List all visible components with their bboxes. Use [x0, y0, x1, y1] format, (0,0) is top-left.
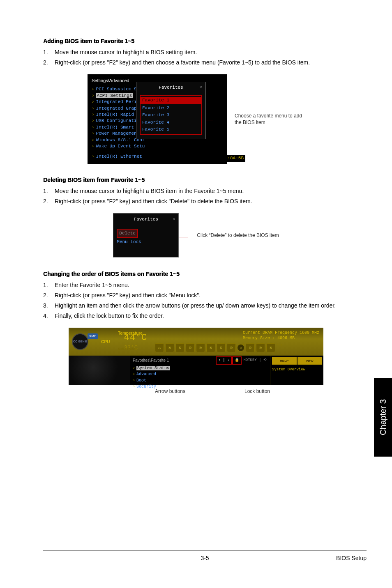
ocgenie-button[interactable]: OC GENIE — [72, 333, 88, 350]
list-num: 1. — [43, 48, 55, 57]
list-adding: 1.Move the mouse cursor to highlight a B… — [43, 48, 349, 67]
bios-main: Favorites\Favorite 1 ›System Status ›Adv… — [130, 356, 270, 385]
list-num: 4. — [43, 312, 55, 320]
menulock-option[interactable]: Menu lock — [117, 238, 175, 246]
close-icon[interactable]: × — [173, 216, 175, 223]
device-icon[interactable]: ⎋ — [165, 343, 174, 352]
list-num: 2. — [43, 197, 55, 206]
favorite-option[interactable]: Favorite 5 — [142, 126, 200, 133]
device-icon[interactable]: ⎋ — [206, 343, 215, 352]
menu-item[interactable]: ›Security — [133, 384, 267, 390]
delete-option[interactable]: Delete — [117, 229, 138, 238]
favorite-option[interactable]: Favorite 1 — [141, 97, 201, 104]
list-num: 2. — [43, 291, 55, 300]
bios-ui: OC GENIE XMP CPU Temperature 44°C 33°C M… — [69, 328, 323, 385]
hotkey-bar: ↑ | ↓ 🔒 HOTKEY | ⟲ — [216, 356, 267, 365]
page-number: 3-5 — [201, 554, 209, 563]
side-overview: System Overview — [272, 367, 322, 373]
popup-title: Favorites × — [140, 85, 202, 93]
bios-side: HELP INFO System Overview — [270, 356, 323, 385]
hotkey-text[interactable]: HOTKEY | ⟲ — [243, 358, 267, 363]
list-text: Move the mouse cursor to highlight a BIO… — [55, 48, 349, 57]
device-icon[interactable]: ⎋ — [246, 343, 255, 352]
callout-line — [179, 237, 188, 237]
heading-adding: Adding BIOS item to Favorite 1~5 — [43, 37, 349, 46]
list-changing: 1.Enter the Favorite 1~5 menu. 2.Right-c… — [43, 281, 349, 320]
mac-fragment: :8A:5B — [226, 155, 245, 161]
cpu-label: CPU — [101, 339, 110, 345]
bios-item[interactable]: ›Wake Up Event Setu — [92, 143, 223, 149]
list-num: 1. — [43, 281, 55, 289]
temperature-label: Temperature — [118, 330, 143, 336]
help-button[interactable]: HELP — [272, 357, 297, 365]
list-num: 2. — [43, 58, 55, 67]
device-icon[interactable]: ⎋ — [217, 343, 226, 352]
list-text: Highlight an item and then click the arr… — [55, 301, 349, 310]
list-num: 3. — [43, 301, 55, 310]
heading-deleting: Deleting BIOS item from Favorite 1~5 — [43, 176, 349, 184]
motherboard-label: Motherboard — [118, 347, 136, 351]
favorites-options-highlight: Favorite 1 Favorite 2 Favorite 3 Favorit… — [140, 95, 202, 135]
list-text: Right-click (or press "F2" key) and then… — [55, 197, 349, 206]
footer-title: BIOS Setup — [336, 554, 367, 563]
xmp-badge[interactable]: XMP — [88, 333, 98, 339]
bios-panel: Settings\Advanced ›PCI Subsystem Sett ›A… — [88, 74, 227, 164]
favorite-option[interactable]: Favorite 4 — [142, 119, 200, 126]
heading-changing: Changing the order of BIOS items on Favo… — [43, 270, 349, 278]
list-text: Move the mouse cursor to highlight a BIO… — [55, 187, 349, 195]
bios-header: OC GENIE XMP CPU Temperature 44°C 33°C M… — [69, 328, 323, 356]
device-icon[interactable]: ⌂ — [155, 343, 164, 352]
device-icon[interactable]: ○ — [237, 344, 244, 351]
device-icon[interactable]: ⎋ — [196, 343, 205, 352]
list-text: Right-click (or press "F2" key) and then… — [55, 291, 349, 300]
screenshot-caption: Choose a favorite menu to add the BIOS i… — [235, 113, 304, 126]
device-icon[interactable]: ⎋ — [256, 343, 265, 352]
device-icon[interactable]: ⎋ — [266, 343, 275, 352]
screenshot-deleting: Favorites × Delete Menu lock Click “Dele… — [43, 213, 349, 258]
list-text: Finally, click the lock button to fix th… — [55, 312, 349, 320]
favorites-popup: Favorites × Delete Menu lock — [113, 213, 179, 258]
page-footer: 3-5 BIOS Setup — [43, 550, 367, 563]
lock-button[interactable]: 🔒 — [232, 356, 242, 365]
callout-line — [205, 120, 213, 120]
list-num: 1. — [43, 187, 55, 195]
device-icon[interactable]: ⎋ — [186, 343, 195, 352]
popup-title: Favorites × — [117, 216, 175, 223]
favorite-option[interactable]: Favorite 3 — [142, 112, 200, 119]
screenshot-adding: Settings\Advanced ›PCI Subsystem Sett ›A… — [43, 74, 349, 164]
list-text: Right-click (or press "F2" key) and then… — [55, 58, 349, 67]
close-icon[interactable]: × — [199, 85, 202, 91]
screenshot-reorder: OC GENIE XMP CPU Temperature 44°C 33°C M… — [43, 328, 349, 395]
favorites-popup: Favorites × Favorite 1 Favorite 2 Favori… — [136, 82, 206, 139]
info-button[interactable]: INFO — [297, 357, 322, 365]
boot-icons: ⌂ ⎋ ⎋ ⎋ ⎋ ⎋ ⎋ ⎋ ○ ⎋ ⎋ ⎋ — [155, 343, 275, 352]
chapter-tab: Chapter 3 — [374, 378, 392, 457]
decor-panel — [69, 356, 130, 385]
bios-item[interactable]: ›Intel(R) Ethernet — [92, 154, 223, 160]
menu-item[interactable]: ›Advanced — [133, 371, 267, 377]
screenshot-caption: Click “Delete” to delete the BIOS item — [197, 232, 279, 239]
device-icon[interactable]: ⎋ — [175, 343, 184, 352]
list-text: Enter the Favorite 1~5 menu. — [55, 281, 349, 289]
device-icon[interactable]: ⎋ — [227, 343, 236, 352]
list-deleting: 1.Move the mouse cursor to highlight a B… — [43, 187, 349, 206]
favorite-option[interactable]: Favorite 2 — [142, 105, 200, 112]
menu-item[interactable]: ›Boot — [133, 377, 267, 384]
arrow-buttons[interactable]: ↑ | ↓ — [216, 356, 232, 365]
menu-item[interactable]: ›System Status — [133, 365, 267, 371]
